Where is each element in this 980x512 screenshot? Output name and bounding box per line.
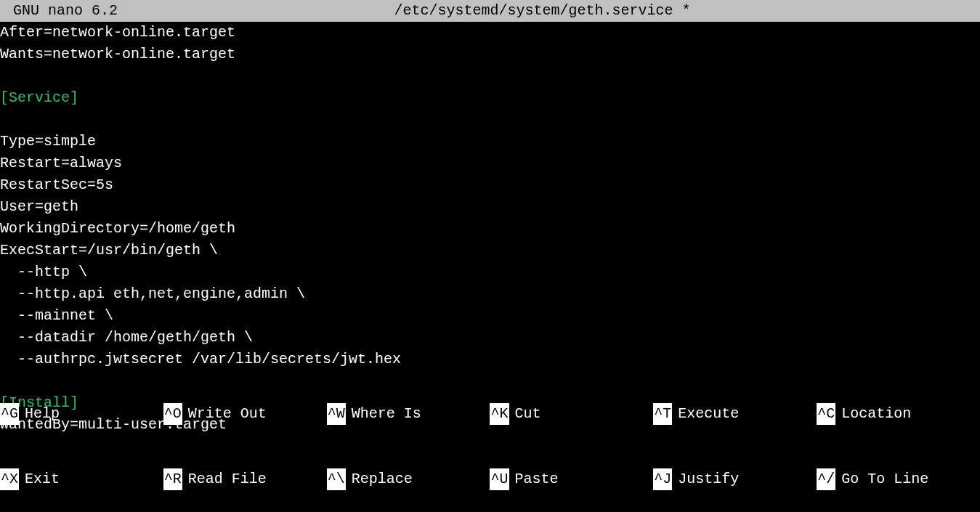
- editor-line[interactable]: --http \: [0, 261, 980, 283]
- shortcut-label: Help: [19, 403, 60, 425]
- shortcut-bar: ^GHelp^OWrite Out^WWhere Is^KCut^TExecut…: [0, 359, 980, 512]
- shortcut-key: ^U: [490, 468, 509, 490]
- shortcut-paste[interactable]: ^UPaste: [490, 468, 653, 490]
- editor-line[interactable]: [0, 109, 980, 131]
- shortcut-label: Location: [835, 403, 911, 425]
- editor-line[interactable]: [Service]: [0, 87, 980, 109]
- shortcut-key: ^C: [817, 403, 835, 425]
- shortcut-label: Exit: [19, 468, 60, 490]
- editor-line[interactable]: --http.api eth,net,engine,admin \: [0, 283, 980, 305]
- shortcut-key: ^K: [490, 403, 509, 425]
- editor-line[interactable]: RestartSec=5s: [0, 174, 980, 196]
- file-path: /etc/systemd/system/geth.service *: [118, 0, 967, 22]
- shortcut-go-to-line[interactable]: ^/Go To Line: [817, 468, 980, 490]
- editor-line[interactable]: Restart=always: [0, 153, 980, 174]
- shortcut-label: Replace: [346, 468, 413, 490]
- shortcut-key: ^\: [327, 468, 346, 490]
- editor-line[interactable]: WorkingDirectory=/home/geth: [0, 218, 980, 240]
- shortcut-label: Cut: [509, 403, 541, 425]
- editor-line[interactable]: [0, 65, 980, 87]
- editor-line[interactable]: User=geth: [0, 196, 980, 218]
- shortcut-write-out[interactable]: ^OWrite Out: [163, 403, 327, 425]
- shortcut-row-1: ^GHelp^OWrite Out^WWhere Is^KCut^TExecut…: [0, 403, 980, 425]
- title-right-spacer: [967, 0, 980, 22]
- editor-line[interactable]: --mainnet \: [0, 305, 980, 327]
- shortcut-row-2: ^XExit^RRead File^\Replace^UPaste^JJusti…: [0, 468, 980, 490]
- shortcut-key: ^W: [327, 403, 346, 425]
- shortcut-cut[interactable]: ^KCut: [490, 403, 653, 425]
- shortcut-label: Justify: [672, 468, 739, 490]
- shortcut-key: ^X: [0, 468, 19, 490]
- shortcut-label: Go To Line: [835, 468, 928, 490]
- shortcut-exit[interactable]: ^XExit: [0, 468, 163, 490]
- shortcut-label: Write Out: [182, 403, 267, 425]
- editor-line[interactable]: Type=simple: [0, 131, 980, 153]
- shortcut-where-is[interactable]: ^WWhere Is: [327, 403, 490, 425]
- shortcut-label: Execute: [672, 403, 739, 425]
- shortcut-execute[interactable]: ^TExecute: [653, 403, 817, 425]
- shortcut-help[interactable]: ^GHelp: [0, 403, 163, 425]
- shortcut-location[interactable]: ^CLocation: [817, 403, 980, 425]
- shortcut-key: ^O: [163, 403, 182, 425]
- shortcut-key: ^R: [163, 468, 182, 490]
- shortcut-read-file[interactable]: ^RRead File: [163, 468, 327, 490]
- shortcut-label: Where Is: [346, 403, 421, 425]
- shortcut-label: Paste: [509, 468, 559, 490]
- editor-line[interactable]: After=network-online.target: [0, 22, 980, 44]
- editor-name-version: GNU nano 6.2: [0, 0, 118, 22]
- shortcut-key: ^T: [653, 403, 672, 425]
- editor-line[interactable]: ExecStart=/usr/bin/geth \: [0, 240, 980, 261]
- shortcut-replace[interactable]: ^\Replace: [327, 468, 490, 490]
- editor-line[interactable]: Wants=network-online.target: [0, 44, 980, 65]
- shortcut-label: Read File: [182, 468, 267, 490]
- title-bar: GNU nano 6.2 /etc/systemd/system/geth.se…: [0, 0, 980, 22]
- shortcut-justify[interactable]: ^JJustify: [653, 468, 817, 490]
- shortcut-key: ^J: [653, 468, 672, 490]
- editor-line[interactable]: --datadir /home/geth/geth \: [0, 327, 980, 349]
- shortcut-key: ^G: [0, 403, 19, 425]
- shortcut-key: ^/: [817, 468, 835, 490]
